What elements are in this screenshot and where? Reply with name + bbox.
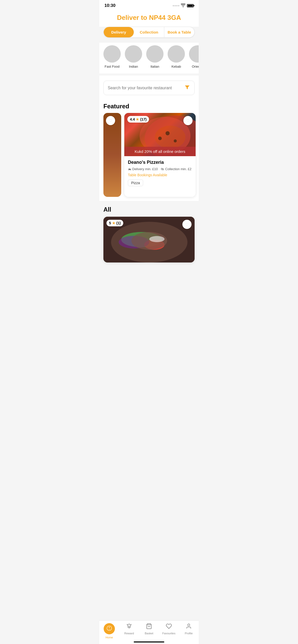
all-section: All — [99, 201, 199, 262]
review-count: (17) — [140, 117, 146, 121]
all-card-image: 5 ★ (1) ♡ — [103, 217, 195, 262]
favourite-button[interactable]: ♡ — [183, 116, 193, 125]
search-section — [99, 76, 199, 98]
tab-book-table[interactable]: Book a Table — [164, 27, 194, 37]
restaurant-name: Deano's Pizzeria — [128, 160, 192, 165]
collection-min: 🛍 Collection min. £2 — [161, 167, 191, 171]
featured-cards-scroll: ♡ — [99, 113, 199, 201]
featured-section: Featured ♡ — [99, 98, 199, 201]
wifi-icon — [181, 4, 185, 8]
category-label: Kebab — [171, 65, 181, 68]
promo-banner: Kukd 20% off all online orders — [124, 147, 196, 156]
category-circle — [189, 45, 199, 63]
card-info: Deano's Pizzeria 🏍 Delivery min. £10 🛍 C… — [124, 156, 196, 190]
category-circle — [168, 45, 185, 63]
category-label: Indian — [129, 65, 138, 68]
partial-heart-button[interactable]: ♡ — [106, 116, 115, 125]
category-kebab[interactable]: Kebab — [168, 45, 185, 68]
cuisine-tag: Pizza — [128, 180, 143, 186]
category-oriental[interactable]: Oriental — [189, 45, 199, 68]
card-image: 4.4 ★ (17) ♡ Kukd 20% off all online ord… — [124, 113, 196, 156]
category-label: Italian — [151, 65, 159, 68]
all-section-title: All — [103, 206, 195, 213]
all-rating-value: 5 — [109, 221, 111, 225]
delivery-tabs: Delivery Collection Book a Table — [103, 27, 195, 38]
status-bar: 10:30 — [99, 0, 199, 10]
all-star-icon: ★ — [112, 221, 115, 225]
category-circle — [125, 45, 142, 63]
status-time: 10:30 — [104, 3, 115, 8]
tab-delivery[interactable]: Delivery — [104, 27, 134, 37]
heart-icon: ♡ — [186, 118, 190, 123]
svg-point-12 — [149, 236, 165, 242]
category-row: Fast Food Indian Italian Kebab Oriental … — [99, 43, 199, 74]
category-label: Oriental — [192, 65, 199, 68]
category-circle — [146, 45, 164, 63]
filter-icon — [184, 84, 190, 91]
partial-card[interactable]: ♡ — [103, 113, 121, 197]
category-label: Fast Food — [105, 65, 120, 68]
page-title: Deliver to NP44 3GA — [104, 14, 194, 22]
restaurant-card-deanos[interactable]: 4.4 ★ (17) ♡ Kukd 20% off all online ord… — [124, 113, 196, 197]
motorcycle-icon: 🏍 — [128, 167, 131, 171]
header: Deliver to NP44 3GA — [99, 10, 199, 27]
all-favourite-button[interactable]: ♡ — [182, 220, 192, 229]
battery-icon — [187, 4, 194, 7]
table-bookings-available[interactable]: Table Bookings Available — [128, 173, 192, 177]
all-restaurant-card[interactable]: 5 ★ (1) ♡ — [103, 217, 195, 262]
heart-icon: ♡ — [185, 222, 189, 227]
card-rating: 4.4 ★ (17) — [127, 116, 149, 123]
status-icons — [173, 4, 194, 8]
delivery-min: 🏍 Delivery min. £10 — [128, 167, 158, 171]
all-review-count: (1) — [116, 221, 121, 225]
rating-value: 4.4 — [130, 117, 135, 121]
star-icon: ★ — [136, 117, 139, 121]
signal-icon — [173, 5, 179, 6]
category-fast-food[interactable]: Fast Food — [103, 45, 121, 68]
search-bar — [103, 81, 195, 95]
category-italian[interactable]: Italian — [146, 45, 164, 68]
card-meta: 🏍 Delivery min. £10 🛍 Collection min. £2 — [128, 167, 192, 171]
featured-title: Featured — [99, 98, 199, 113]
search-input[interactable] — [108, 86, 184, 90]
bag-icon: 🛍 — [161, 167, 164, 171]
svg-point-5 — [155, 126, 185, 149]
heart-icon: ♡ — [109, 118, 112, 123]
category-indian[interactable]: Indian — [125, 45, 142, 68]
all-card-rating: 5 ★ (1) — [106, 220, 123, 226]
filter-button[interactable] — [184, 84, 190, 91]
tab-collection[interactable]: Collection — [134, 27, 164, 37]
category-circle — [103, 45, 121, 63]
